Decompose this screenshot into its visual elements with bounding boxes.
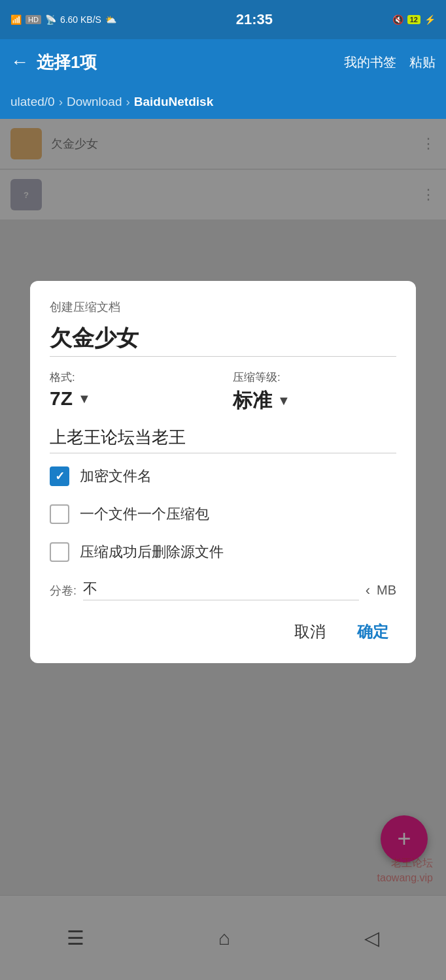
format-label: 格式: [50,370,213,385]
paste-button[interactable]: 粘贴 [409,54,436,71]
status-bar: 📶 HD 📡 6.60 KB/S ⛅ 21:35 🔇 12 ⚡ [0,0,446,39]
filename-input[interactable] [50,325,396,357]
dialog-title: 创建压缩文档 [50,299,396,315]
breadcrumb-bar: ulated/0 › Download › BaiduNetdisk [0,85,446,119]
checkbox-row-1: 加密文件名 [50,466,396,486]
status-left: 📶 HD 📡 6.60 KB/S ⛅ [10,14,116,25]
format-value: 7Z [50,387,73,410]
volume-arrow[interactable]: ‹ [366,582,370,599]
bookmarks-button[interactable]: 我的书签 [344,54,396,71]
volume-label: 分卷: [50,583,77,598]
app-bar-title: 选择1项 [37,51,336,74]
back-button[interactable]: ← [10,52,29,73]
battery-level: 12 [407,15,420,24]
app-bar-actions: 我的书签 粘贴 [344,54,436,71]
app-bar: ← 选择1项 我的书签 粘贴 [0,39,446,85]
level-group: 压缩等级: 标准 ▼ [233,370,396,414]
breadcrumb-part3[interactable]: BaiduNetdisk [134,95,213,109]
bg-content: 欠金少女 ⋮ ? ⋮ + 创建压缩文档 格式: 7Z ▼ 压缩等级: 标准 [0,119,446,980]
speed-text: 6.60 KB/S [60,14,101,25]
mute-icon: 🔇 [392,14,403,25]
volume-unit: MB [377,583,396,598]
checkbox-delete-source[interactable] [50,542,69,562]
breadcrumb-sep2: › [126,95,129,109]
checkbox-row-2: 一个文件一个压缩包 [50,504,396,524]
volume-input[interactable] [83,580,359,600]
weather-icon: ⛅ [105,14,116,25]
status-time: 21:35 [236,11,273,28]
status-right: 🔇 12 ⚡ [392,14,436,25]
cancel-button[interactable]: 取消 [286,616,334,647]
dialog-actions: 取消 确定 [50,616,396,647]
format-select[interactable]: 7Z ▼ [50,387,213,410]
checkbox-label-1: 加密文件名 [80,466,152,486]
format-level-row: 格式: 7Z ▼ 压缩等级: 标准 ▼ [50,370,396,414]
level-select[interactable]: 标准 ▼ [233,387,396,414]
checkbox-label-2: 一个文件一个压缩包 [80,504,209,524]
hd-badge: HD [26,15,41,24]
level-label: 压缩等级: [233,370,396,385]
create-archive-dialog: 创建压缩文档 格式: 7Z ▼ 压缩等级: 标准 ▼ [30,281,416,663]
breadcrumb-sep1: › [59,95,63,109]
checkbox-one-per-file[interactable] [50,504,69,524]
breadcrumb-part2[interactable]: Download [67,95,122,109]
volume-row: 分卷: ‹ MB [50,580,396,600]
charging-icon: ⚡ [424,14,436,25]
breadcrumb-part1[interactable]: ulated/0 [10,95,55,109]
password-input[interactable] [50,427,396,453]
checkbox-label-3: 压缩成功后删除源文件 [80,542,224,562]
checkbox-encrypt-filename[interactable] [50,466,69,486]
checkbox-row-3: 压缩成功后删除源文件 [50,542,396,562]
level-dropdown-arrow: ▼ [277,393,290,408]
confirm-button[interactable]: 确定 [349,616,396,647]
level-value: 标准 [233,387,272,414]
format-group: 格式: 7Z ▼ [50,370,213,410]
signal-icon: 📶 [10,14,22,25]
wifi-icon: 📡 [45,14,56,25]
format-dropdown-arrow: ▼ [78,391,91,406]
